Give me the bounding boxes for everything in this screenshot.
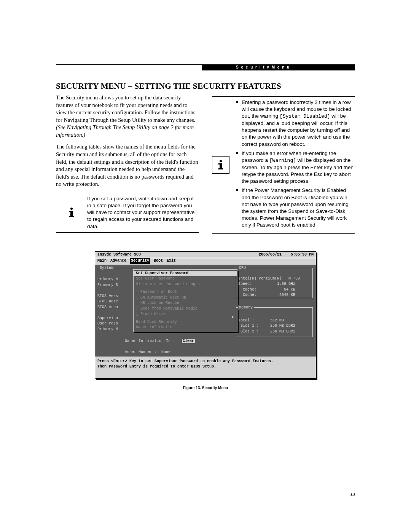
bios-owner-info: Owner Information Is : Clear Asset Numbe… <box>97 333 195 361</box>
info-icon <box>212 156 229 174</box>
bios-menu-item[interactable]: Set Supervisor Password <box>134 271 237 276</box>
bios-menu-item[interactable]: _ KB Lock on Resume <box>136 300 235 306</box>
bios-menu-boot[interactable]: Boot <box>154 258 163 264</box>
note2-rule-bottom <box>212 233 355 234</box>
note-1-text: If you set a password, write it down and… <box>87 195 199 230</box>
bios-menu-security[interactable]: Security <box>130 258 150 264</box>
bullet-3: If the Power Management Security is Enab… <box>236 187 355 228</box>
code-warning: [Warning] <box>269 158 296 163</box>
bios-memory-body: Total : 512 MB Slot 1 : 256 MB DDR2 Slot… <box>238 318 311 335</box>
figure-caption: Figure 13. Security Menu <box>183 385 228 391</box>
info-icon <box>63 204 80 221</box>
note2-rule-top <box>212 96 355 97</box>
bios-system-label: System <box>99 265 115 271</box>
svg-rect-3 <box>69 216 74 217</box>
bios-menu-item[interactable]: Minimum User Password Length <box>136 282 235 288</box>
bullet-2: If you make an error when re-entering th… <box>236 150 355 185</box>
note1-rule-top <box>56 193 199 193</box>
note-2-list: Entering a password incorrectly 3 times … <box>236 99 355 231</box>
bios-screenshot: Insyde Software SCU 2005/06/21 5:05:30 P… <box>95 251 316 379</box>
page-number: 13 <box>350 491 355 498</box>
bios-security-dropdown[interactable]: Set Supervisor PasswordSet User Password… <box>133 269 237 332</box>
running-header: S e c u r i t y M e n u <box>202 64 355 70</box>
note-1: If you set a password, write it down and… <box>56 195 199 230</box>
bios-menu-item[interactable]: _ Password on Boot <box>136 289 235 295</box>
bios-memory-label: Memory <box>238 305 254 311</box>
bios-title-time: 5:05:30 PM <box>291 252 314 257</box>
bios-menu-item[interactable]: [ Boot from Removable Media <box>136 306 235 312</box>
note-2: Entering a password incorrectly 3 times … <box>212 99 355 231</box>
bios-menubar: MainAdvanceSecurityBootExit <box>95 258 316 265</box>
bios-titlebar: Insyde Software SCU 2005/06/21 5:05:30 P… <box>95 252 316 259</box>
svg-rect-2 <box>69 211 72 212</box>
submenu-arrow-icon: ▶ <box>232 315 234 320</box>
bios-title-left: Insyde Software SCU <box>97 252 141 258</box>
bios-menu-item[interactable]: Set User Password <box>136 276 235 282</box>
bios-cpu-label: CPU <box>238 265 247 271</box>
bios-menu-item[interactable]: Hard Disk Security <box>136 320 235 325</box>
bullet-1: Entering a password incorrectly 3 times … <box>236 99 355 148</box>
intro-para-2: The following tables show the names of t… <box>56 143 199 188</box>
bios-title-date: 2005/06/21 <box>259 252 282 257</box>
bios-menu-exit[interactable]: Exit <box>167 258 176 264</box>
bios-asset-number: Asset Number : None <box>125 350 170 354</box>
running-header-text: S e c u r i t y M e n u <box>236 65 290 70</box>
bios-left-labels: Primary M Primary S BIOS Vers BIOS Date … <box>97 272 134 332</box>
bios-menu-item[interactable]: [ Flash Write <box>136 312 235 317</box>
bios-menu-item[interactable]: _ On Automatic Wake Up <box>136 295 235 301</box>
intro-para-1: The Security menu allows you to set up t… <box>56 94 199 139</box>
intro-para-1b: (See Navigating Through The Setup Utilit… <box>56 124 194 138</box>
svg-rect-6 <box>218 163 221 165</box>
bios-menu-item[interactable]: Owner Information <box>136 325 235 331</box>
bios-menu-main[interactable]: Main <box>97 258 107 264</box>
bios-owner-value: Clear <box>182 339 195 343</box>
bios-cpu-body: Intel(R) Pentium(R) M 750 Speed: 1.86 GH… <box>238 276 311 298</box>
svg-rect-7 <box>218 168 223 169</box>
code-system-disabled: [System Disabled] <box>280 113 330 119</box>
page-title: SECURITY MENU – SETTING THE SECURITY FEA… <box>56 81 355 92</box>
intro-para-1a: The Security menu allows you to set up t… <box>56 94 195 123</box>
svg-point-0 <box>70 208 73 210</box>
note1-rule-bottom <box>56 232 199 233</box>
bios-menu-advance[interactable]: Advance <box>110 258 126 264</box>
svg-point-4 <box>220 160 222 162</box>
